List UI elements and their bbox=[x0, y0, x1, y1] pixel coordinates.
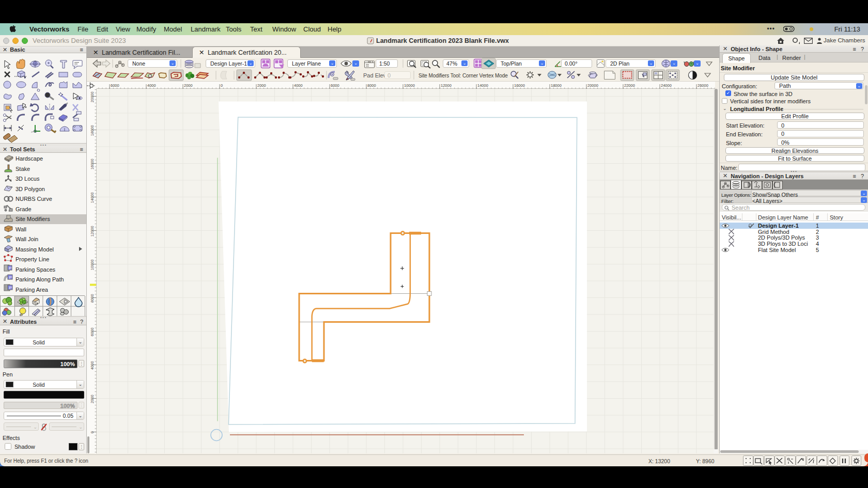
svg-text:3D Locus: 3D Locus bbox=[16, 176, 40, 182]
svg-text:12000: 12000 bbox=[90, 226, 95, 237]
svg-text:24000: 24000 bbox=[661, 83, 672, 87]
svg-text:Massing Model: Massing Model bbox=[16, 246, 54, 253]
svg-text:Wall Join: Wall Join bbox=[16, 236, 38, 242]
svg-text:14000: 14000 bbox=[477, 83, 488, 87]
svg-text:6000: 6000 bbox=[90, 327, 95, 336]
svg-text:14000: 14000 bbox=[90, 192, 95, 203]
svg-text:P: P bbox=[9, 286, 12, 290]
svg-text:P: P bbox=[9, 266, 11, 271]
svg-text:3D Polygon: 3D Polygon bbox=[16, 186, 45, 192]
svg-text:8000: 8000 bbox=[367, 83, 376, 87]
svg-text:Wall: Wall bbox=[16, 226, 26, 232]
svg-text:0: 0 bbox=[221, 83, 223, 87]
svg-text:18000: 18000 bbox=[90, 125, 95, 136]
svg-text:Property Line: Property Line bbox=[16, 256, 49, 262]
svg-text:Hardscape: Hardscape bbox=[16, 155, 43, 162]
svg-text:P: P bbox=[9, 275, 12, 280]
svg-text:26000: 26000 bbox=[698, 83, 708, 87]
svg-text:Stake: Stake bbox=[16, 166, 30, 172]
svg-text:10000: 10000 bbox=[90, 259, 95, 270]
svg-text:4000: 4000 bbox=[90, 361, 95, 370]
svg-text:2000: 2000 bbox=[90, 395, 95, 403]
svg-text:Parking Spaces: Parking Spaces bbox=[16, 266, 56, 273]
svg-text:Parking Along Path: Parking Along Path bbox=[16, 276, 64, 282]
svg-text:0: 0 bbox=[90, 431, 95, 433]
svg-text:8000: 8000 bbox=[90, 294, 95, 303]
svg-text:22000: 22000 bbox=[624, 83, 635, 87]
svg-text:4000: 4000 bbox=[294, 83, 303, 87]
svg-text:NURBS Curve: NURBS Curve bbox=[16, 196, 52, 202]
svg-text:6000: 6000 bbox=[331, 83, 339, 87]
svg-text:16000: 16000 bbox=[514, 83, 525, 87]
svg-text:4000: 4000 bbox=[147, 83, 156, 87]
svg-text:16000: 16000 bbox=[90, 159, 95, 169]
svg-text:12000: 12000 bbox=[441, 83, 452, 87]
svg-text:10000: 10000 bbox=[404, 83, 415, 87]
svg-text:20000: 20000 bbox=[90, 91, 95, 102]
svg-text:Grade: Grade bbox=[16, 206, 32, 212]
svg-text:Parking Area: Parking Area bbox=[16, 287, 49, 293]
svg-text:2000: 2000 bbox=[184, 83, 193, 87]
svg-text:20000: 20000 bbox=[587, 83, 598, 87]
svg-text:2000: 2000 bbox=[257, 83, 266, 87]
svg-text:Site Modifiers: Site Modifiers bbox=[16, 216, 50, 222]
svg-text:18000: 18000 bbox=[551, 83, 562, 87]
svg-text:6000: 6000 bbox=[111, 83, 119, 87]
